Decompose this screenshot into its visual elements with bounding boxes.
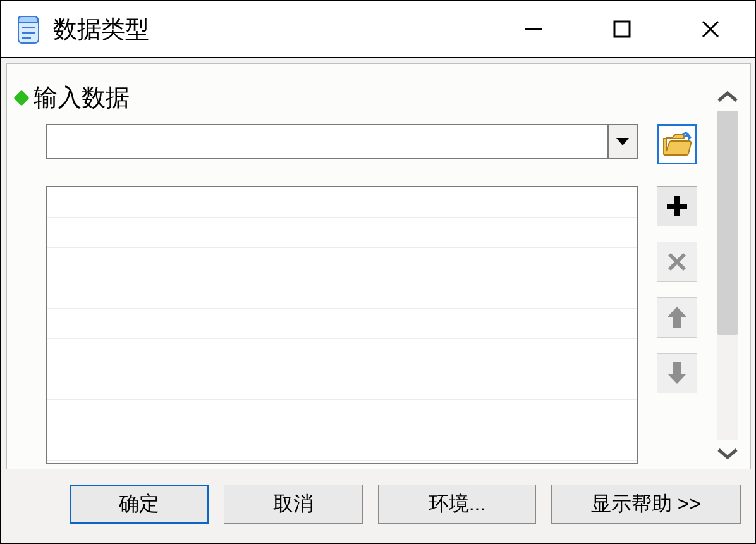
- svg-rect-4: [614, 22, 630, 37]
- list-item: [47, 400, 637, 430]
- list-item: [47, 278, 637, 309]
- list-item: [47, 248, 637, 278]
- titlebar: 数据类型: [1, 1, 755, 58]
- add-button[interactable]: [657, 186, 697, 226]
- input-row: [46, 124, 697, 164]
- show-help-button[interactable]: 显示帮助 >>: [551, 485, 741, 524]
- minimize-button[interactable]: [489, 1, 578, 58]
- x-icon: [668, 252, 686, 271]
- svg-rect-10: [667, 204, 687, 209]
- scroll-thumb[interactable]: [717, 111, 738, 335]
- input-data-field[interactable]: [47, 125, 607, 158]
- ok-button[interactable]: 确定: [70, 485, 209, 524]
- move-down-button[interactable]: [657, 353, 697, 393]
- browse-button[interactable]: [657, 124, 697, 164]
- list-item: [47, 430, 637, 461]
- maximize-button[interactable]: [578, 1, 666, 58]
- list-item: [47, 369, 637, 400]
- svg-marker-14: [668, 362, 686, 384]
- window-controls: [489, 1, 755, 58]
- scroll-down-icon[interactable]: [715, 445, 740, 462]
- list-item: [47, 187, 637, 218]
- section-title: 输入数据: [34, 82, 130, 114]
- scroll-up-icon[interactable]: [715, 88, 740, 106]
- window-title: 数据类型: [53, 13, 489, 46]
- input-data-combo[interactable]: [46, 124, 638, 159]
- move-up-button[interactable]: [657, 297, 697, 338]
- body-panel: 输入数据: [6, 63, 751, 469]
- scroll-track[interactable]: [717, 111, 738, 440]
- folder-open-icon: [662, 132, 692, 156]
- close-button[interactable]: [666, 1, 755, 58]
- input-data-list[interactable]: [46, 186, 638, 464]
- dialog-buttons: 确定 取消 环境... 显示帮助 >>: [6, 469, 751, 539]
- svg-marker-13: [668, 307, 686, 328]
- environment-button[interactable]: 环境...: [378, 485, 536, 524]
- arrow-down-icon: [668, 362, 686, 384]
- list-item: [47, 339, 637, 369]
- scroll-icon: [15, 13, 42, 46]
- bullet-icon: [13, 90, 29, 106]
- svg-marker-7: [616, 138, 629, 145]
- remove-button[interactable]: [657, 242, 697, 282]
- chevron-down-icon[interactable]: [607, 125, 637, 158]
- plus-icon: [666, 195, 688, 218]
- list-side-buttons: [657, 186, 697, 393]
- content-column: 输入数据: [15, 82, 705, 469]
- list-item: [47, 309, 637, 339]
- arrow-up-icon: [668, 307, 686, 328]
- cancel-button[interactable]: 取消: [224, 485, 363, 524]
- client-area: 输入数据: [1, 58, 755, 543]
- vertical-scrollbar[interactable]: [705, 82, 750, 469]
- list-row: [46, 186, 697, 469]
- section-header: 输入数据: [15, 82, 697, 114]
- svg-marker-8: [688, 134, 692, 140]
- list-item: [47, 218, 637, 248]
